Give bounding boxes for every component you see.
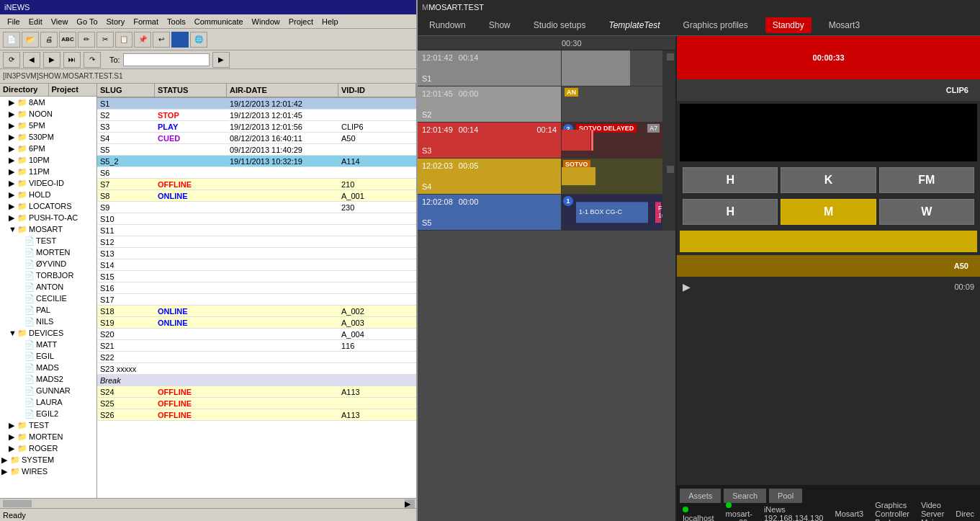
sidebar-item-video-id[interactable]: ▶📁VIDEO-ID bbox=[0, 177, 96, 189]
sidebar-item-locators[interactable]: ▶📁LOCATORS bbox=[0, 200, 96, 212]
nav-mosart3[interactable]: Mosart3 bbox=[823, 17, 866, 33]
timeline-row-s2[interactable]: 12:01:45 00:00 S2 AN bbox=[418, 86, 675, 123]
menu-edit[interactable]: Edit bbox=[24, 16, 47, 27]
tb-go[interactable]: ▶ bbox=[212, 52, 230, 68]
table-row-9[interactable]: S9 230 bbox=[97, 202, 416, 213]
table-row-26[interactable]: S25 OFFLINE bbox=[97, 398, 416, 409]
table-row-1[interactable]: S2 STOP 19/12/2013 12:01:45 bbox=[97, 110, 416, 121]
table-row-5[interactable]: S5_2 19/11/2013 10:32:19 A114 bbox=[97, 156, 416, 167]
sidebar-item-system[interactable]: ▶📁SYSTEM bbox=[0, 454, 96, 466]
sidebar-item-egil2[interactable]: 📄EGIL2 bbox=[0, 408, 96, 419]
table-row-21[interactable]: S21 116 bbox=[97, 340, 416, 352]
table-row-10[interactable]: S10 bbox=[97, 213, 416, 225]
table-row-27[interactable]: S26 OFFLINE A113 bbox=[97, 409, 416, 421]
tb-replay[interactable]: ⟳ bbox=[3, 52, 20, 68]
menu-communicate[interactable]: Communicate bbox=[190, 16, 248, 27]
col-header-vidid[interactable]: VID-ID bbox=[338, 84, 416, 97]
table-row-8[interactable]: S8 ONLINE A_001 bbox=[97, 190, 416, 202]
sidebar-item-11pm[interactable]: ▶📁11PM bbox=[0, 166, 96, 177]
tb-pencil[interactable]: ✏ bbox=[78, 32, 95, 48]
nav-standby[interactable]: Standby bbox=[765, 17, 812, 33]
btn-w[interactable]: W bbox=[879, 199, 974, 225]
menu-tools[interactable]: Tools bbox=[163, 16, 190, 27]
tb-undo[interactable]: ↩ bbox=[153, 32, 170, 48]
h-scroll-right[interactable]: ▶ bbox=[405, 499, 415, 508]
table-row-7[interactable]: S7 OFFLINE 210 bbox=[97, 179, 416, 190]
col-header-airdate[interactable]: AIR-DATE bbox=[227, 84, 338, 97]
table-row-17[interactable]: S17 bbox=[97, 294, 416, 306]
sidebar-item-pal[interactable]: 📄PAL bbox=[0, 304, 96, 316]
menu-help[interactable]: Help bbox=[318, 16, 343, 27]
table-row-15[interactable]: S15 bbox=[97, 271, 416, 282]
sidebar-item-test2[interactable]: ▶📁TEST bbox=[0, 419, 96, 431]
table-row-14[interactable]: S14 bbox=[97, 259, 416, 271]
menu-view[interactable]: View bbox=[47, 16, 73, 27]
table-row-6[interactable]: S6 bbox=[97, 167, 416, 179]
nav-show[interactable]: Show bbox=[483, 17, 516, 33]
h-scroll-thumb[interactable] bbox=[3, 500, 32, 507]
sidebar-header-directory[interactable]: Directory bbox=[0, 84, 49, 96]
btn-k[interactable]: K bbox=[781, 167, 876, 193]
tb-blue-box[interactable] bbox=[171, 32, 189, 48]
sidebar-item-cecilie[interactable]: 📄CECILIE bbox=[0, 293, 96, 304]
menu-file[interactable]: File bbox=[3, 16, 24, 27]
table-row-2[interactable]: S3 PLAY 19/12/2013 12:01:56 CLIP6 bbox=[97, 121, 416, 133]
btn-fm[interactable]: FM bbox=[879, 167, 974, 193]
tb-paste[interactable]: 📌 bbox=[134, 32, 151, 48]
table-row-13[interactable]: S13 bbox=[97, 248, 416, 259]
nav-graphics-profiles[interactable]: Graphics profiles bbox=[678, 17, 754, 33]
table-row-4[interactable]: S5 09/12/2013 11:40:29 bbox=[97, 144, 416, 156]
btn-m[interactable]: M bbox=[781, 199, 876, 225]
tb-skip[interactable]: ↷ bbox=[84, 52, 101, 68]
table-row-23[interactable]: S23 xxxxx bbox=[97, 363, 416, 375]
sidebar-item-oyvind[interactable]: 📄ØYVIND bbox=[0, 258, 96, 270]
sidebar-item-noon[interactable]: ▶📁NOON bbox=[0, 108, 96, 120]
sidebar-item-torbjor[interactable]: 📄TORBJOR bbox=[0, 270, 96, 281]
tab-assets[interactable]: Assets bbox=[680, 489, 721, 503]
tb-copy[interactable]: 📋 bbox=[115, 32, 132, 48]
sidebar-item-6pm[interactable]: ▶📁6PM bbox=[0, 143, 96, 154]
sidebar-item-test[interactable]: 📄TEST bbox=[0, 235, 96, 246]
sidebar-item-10pm[interactable]: ▶📁10PM bbox=[0, 154, 96, 166]
sidebar-item-laura[interactable]: 📄LAURA bbox=[0, 396, 96, 408]
sidebar-item-devices[interactable]: ▼📁DEVICES bbox=[0, 327, 96, 339]
tb-globe[interactable]: 🌐 bbox=[190, 32, 207, 48]
tb-open[interactable]: 📂 bbox=[22, 32, 39, 48]
btn-h1[interactable]: H bbox=[683, 167, 778, 193]
nav-template-test[interactable]: TemplateTest bbox=[603, 17, 665, 33]
table-row-25[interactable]: S24 OFFLINE A113 bbox=[97, 386, 416, 398]
sidebar-item-anton[interactable]: 📄ANTON bbox=[0, 281, 96, 293]
menu-window[interactable]: Window bbox=[248, 16, 284, 27]
sidebar-item-mads2[interactable]: 📄MADS2 bbox=[0, 373, 96, 385]
tb-fwd2[interactable]: ⏭ bbox=[63, 52, 81, 68]
sidebar-item-nils[interactable]: 📄NILS bbox=[0, 316, 96, 327]
sidebar-item-8am[interactable]: ▶📁8AM bbox=[0, 97, 96, 108]
sidebar-item-matt[interactable]: 📄MATT bbox=[0, 339, 96, 350]
table-row-20[interactable]: S20 A_004 bbox=[97, 329, 416, 340]
menu-story[interactable]: Story bbox=[102, 16, 130, 27]
sidebar-item-mosart[interactable]: ▼📁MOSART bbox=[0, 223, 96, 235]
table-row-22[interactable]: S22 bbox=[97, 352, 416, 363]
timeline-row-s1[interactable]: 12:01:42 00:14 S1 bbox=[418, 50, 675, 86]
sidebar-item-gunnar[interactable]: 📄GUNNAR bbox=[0, 385, 96, 396]
table-row-24[interactable]: Break bbox=[97, 375, 416, 386]
sidebar-item-530pm[interactable]: ▶📁530PM bbox=[0, 131, 96, 143]
nav-studio-setups[interactable]: Studio setups bbox=[528, 17, 592, 33]
timeline-row-s4[interactable]: 12:02:03 00:05 S4 SOTVO bbox=[418, 159, 675, 195]
sidebar-item-push-to-ac[interactable]: ▶📁PUSH-TO-AC bbox=[0, 212, 96, 223]
horizontal-scrollbar[interactable]: ▶ bbox=[0, 498, 416, 508]
sidebar-item-morten2[interactable]: ▶📁MORTEN bbox=[0, 431, 96, 442]
table-row-11[interactable]: S11 bbox=[97, 225, 416, 236]
sidebar-item-morten[interactable]: 📄MORTEN bbox=[0, 246, 96, 258]
menu-format[interactable]: Format bbox=[129, 16, 163, 27]
table-row-12[interactable]: S12 bbox=[97, 236, 416, 248]
tab-pool[interactable]: Pool bbox=[769, 489, 802, 503]
sidebar-header-project[interactable]: Project bbox=[49, 84, 97, 96]
table-row-3[interactable]: S4 CUED 08/12/2013 16:40:11 A50 bbox=[97, 133, 416, 144]
sidebar-item-wires[interactable]: ▶📁WIRES bbox=[0, 466, 96, 477]
tb-scissors[interactable]: ✂ bbox=[96, 32, 114, 48]
sidebar-item-egil[interactable]: 📄EGIL bbox=[0, 350, 96, 362]
to-input[interactable] bbox=[123, 53, 210, 66]
col-header-status[interactable]: STATUS bbox=[155, 84, 227, 97]
timeline-row-s5[interactable]: 12:02:08 00:00 S5 1 1-1 BOX CG-C FS4 16/… bbox=[418, 195, 675, 231]
